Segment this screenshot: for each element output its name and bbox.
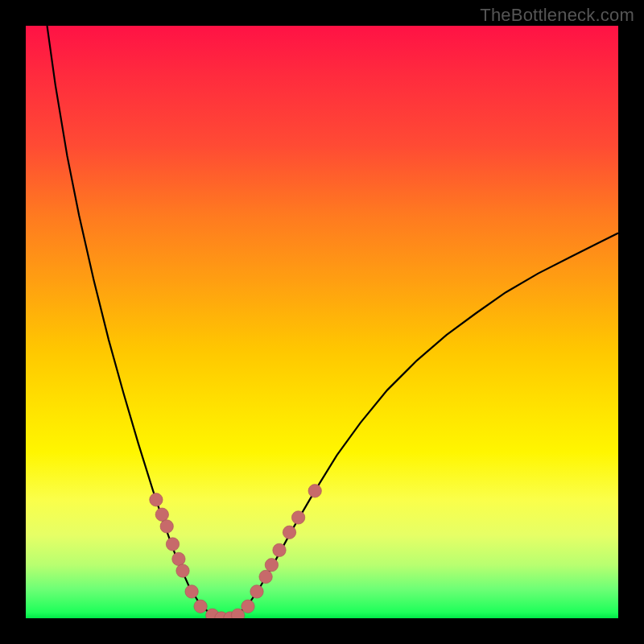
data-marker <box>250 585 263 598</box>
watermark-text: TheBottleneck.com <box>480 5 634 26</box>
v-curve <box>47 26 619 618</box>
data-marker <box>172 552 185 565</box>
data-marker <box>155 508 168 521</box>
data-marker <box>242 600 254 613</box>
data-marker <box>291 511 304 524</box>
data-marker <box>176 564 189 577</box>
data-marker <box>185 585 198 598</box>
chart-frame: TheBottleneck.com <box>0 0 644 644</box>
chart-svg <box>26 26 618 618</box>
data-marker <box>259 570 272 583</box>
data-marker <box>150 493 163 506</box>
data-marker <box>283 526 295 539</box>
data-marker <box>166 538 179 551</box>
data-marker <box>194 600 207 613</box>
data-marker <box>265 559 278 572</box>
data-marker <box>160 520 173 533</box>
data-marker <box>273 543 286 556</box>
marker-group <box>150 485 322 618</box>
data-marker <box>308 485 321 497</box>
plot-area <box>26 26 618 618</box>
